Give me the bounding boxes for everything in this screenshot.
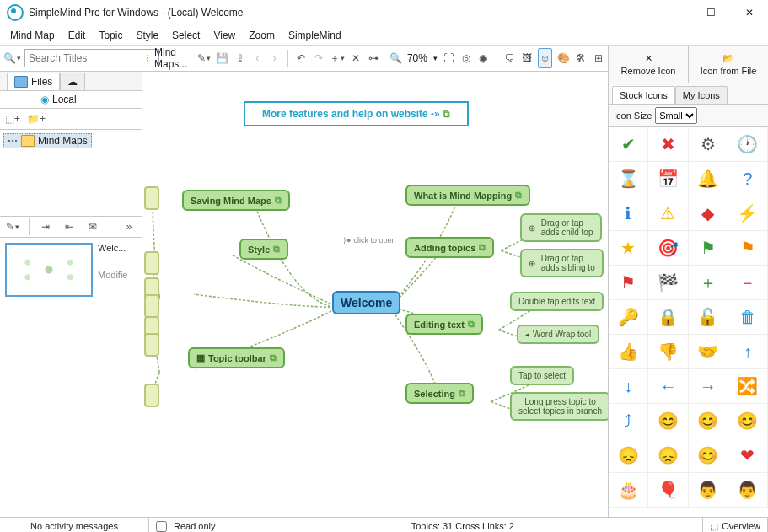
menu-topic[interactable]: Topic xyxy=(92,28,129,43)
stock-icon[interactable]: 🔒 xyxy=(648,300,688,335)
delete-icon[interactable]: ✕ xyxy=(350,49,363,67)
stock-icon[interactable]: → xyxy=(689,369,728,404)
fwd-icon[interactable]: › xyxy=(269,49,282,67)
tools-icon[interactable]: 🛠 xyxy=(575,49,588,67)
tab-files[interactable]: Files xyxy=(7,73,60,90)
stock-icon[interactable]: 🎈 xyxy=(648,473,688,508)
emoji-icon[interactable]: ☺ xyxy=(538,48,552,68)
node-stub[interactable] xyxy=(144,294,159,318)
stock-icon[interactable]: 🏁 xyxy=(648,266,688,300)
readonly-check[interactable]: Read only xyxy=(149,518,223,532)
menu-edit[interactable]: Edit xyxy=(62,28,93,43)
zoom-value[interactable]: 70% xyxy=(407,52,427,64)
stock-icon[interactable]: 😊 xyxy=(728,404,768,438)
add-icon[interactable]: ＋▾ xyxy=(330,49,345,67)
mindmap-canvas[interactable]: More features and help on website -» ⧉ W… xyxy=(142,72,608,517)
icon-size-select[interactable]: Small xyxy=(655,107,697,124)
node-dtap[interactable]: Double tap edits text xyxy=(510,292,604,311)
stock-icon[interactable]: ↑ xyxy=(728,335,768,369)
icon-grid-scroll[interactable]: ✔✖⚙🕐⌛📅🔔?ℹ⚠◆⚡★🎯⚑⚑⚑🏁＋－🔑🔒🔓🗑👍👎🤝↑↓←→🔀⤴😊😊😊😞😞😊❤… xyxy=(609,127,768,517)
maximize-button[interactable]: ☐ xyxy=(692,0,730,25)
breadcrumb[interactable]: Mind Maps... xyxy=(154,46,192,70)
save-icon[interactable]: 💾 xyxy=(216,49,228,67)
link-icon[interactable]: ⊶ xyxy=(367,49,379,67)
note-icon[interactable]: 🗨 xyxy=(503,49,516,67)
palette-icon[interactable]: 🎨 xyxy=(557,49,570,67)
overview-button[interactable]: ⬚ Overview xyxy=(702,518,768,532)
stock-icon[interactable]: 📅 xyxy=(648,162,688,196)
stock-icon[interactable]: ⤴ xyxy=(609,404,648,438)
stock-icon[interactable]: ⌛ xyxy=(609,162,648,196)
menu-simplemind[interactable]: SimpleMind xyxy=(282,28,348,43)
stock-icon[interactable]: 😊 xyxy=(689,438,728,473)
tree-mindmaps[interactable]: ⋯Mind Maps xyxy=(3,133,92,148)
node-toolbar[interactable]: ▦ Topic toolbar⧉ xyxy=(188,347,285,368)
search-icon[interactable]: 🔍▾ xyxy=(3,49,21,67)
stock-icon[interactable]: ✔ xyxy=(609,127,648,162)
stock-icon[interactable]: 🎯 xyxy=(648,231,688,266)
stock-icon[interactable]: ℹ xyxy=(609,196,648,231)
export-icon[interactable]: ⇤ xyxy=(60,218,78,236)
layout-icon[interactable]: ⊞ xyxy=(592,49,604,67)
stock-icon[interactable]: ⚑ xyxy=(689,231,728,266)
import-icon[interactable]: ⇥ xyxy=(36,218,55,236)
focus-icon[interactable]: ◉ xyxy=(477,49,490,67)
stock-icon[interactable]: ⚡ xyxy=(728,196,768,231)
icon-from-file-button[interactable]: 📂Icon from File xyxy=(688,46,768,83)
stock-icon[interactable]: ⚠ xyxy=(648,196,688,231)
stock-icon[interactable]: 😞 xyxy=(609,438,648,473)
stock-icon[interactable]: 🕐 xyxy=(728,127,768,162)
node-stub[interactable] xyxy=(144,333,159,357)
stock-icon[interactable]: 🔔 xyxy=(689,162,728,196)
tab-cloud[interactable]: ☁ xyxy=(60,73,85,90)
local-row[interactable]: ◉Local xyxy=(0,91,142,108)
stock-icon[interactable]: 🔀 xyxy=(728,369,768,404)
stock-icon[interactable]: 🗑 xyxy=(728,300,768,335)
node-drag1[interactable]: ⊕ Drag or tap adds child top xyxy=(520,213,602,242)
banner-link[interactable]: More features and help on website -» ⧉ xyxy=(244,101,469,126)
stock-icon[interactable]: 🔓 xyxy=(689,300,728,335)
new-map-icon[interactable]: ⬚+ xyxy=(3,110,22,128)
stock-icon[interactable]: ⚑ xyxy=(728,231,768,266)
stock-icon[interactable]: ✖ xyxy=(648,127,688,162)
menu-style[interactable]: Style xyxy=(129,28,165,43)
node-wrap[interactable]: ◂ Word Wrap tool xyxy=(517,325,599,344)
stock-icon[interactable]: 😊 xyxy=(689,404,728,438)
search-input[interactable] xyxy=(24,49,159,67)
menu-view[interactable]: View xyxy=(207,28,242,43)
stock-icon[interactable]: ＋ xyxy=(689,266,728,300)
more-icon[interactable]: » xyxy=(120,218,138,236)
node-selecting[interactable]: Selecting⧉ xyxy=(405,383,474,404)
stock-icon[interactable]: ⚙ xyxy=(689,127,728,162)
redo-icon[interactable]: ↷ xyxy=(312,49,325,67)
target-icon[interactable]: ◎ xyxy=(460,49,473,67)
undo-icon[interactable]: ↶ xyxy=(295,49,308,67)
share-icon[interactable]: ⇪ xyxy=(234,49,246,67)
stock-icon[interactable]: 😞 xyxy=(648,438,688,473)
fit-icon[interactable]: ⛶ xyxy=(443,49,455,67)
stock-icon[interactable]: ★ xyxy=(609,231,648,266)
stock-icon[interactable]: 🔑 xyxy=(609,300,648,335)
tab-my-icons[interactable]: My Icons xyxy=(675,86,728,104)
mail-icon[interactable]: ✉ xyxy=(83,218,102,236)
remove-icon-button[interactable]: ✕Remove Icon xyxy=(609,46,688,83)
stock-icon[interactable]: 😊 xyxy=(648,404,688,438)
stock-icon[interactable]: ⚑ xyxy=(609,266,648,300)
compose-icon[interactable]: ✎▾ xyxy=(3,218,22,236)
minimize-button[interactable]: ─ xyxy=(654,0,692,25)
node-tap[interactable]: Tap to select xyxy=(510,366,574,385)
stock-icon[interactable]: ← xyxy=(648,369,688,404)
node-style[interactable]: Style⧉ xyxy=(239,239,288,260)
stock-icon[interactable]: ◆ xyxy=(689,196,728,231)
new-folder-icon[interactable]: 📁+ xyxy=(27,110,46,128)
node-drag2[interactable]: ⊕ Drag or tap adds sibling to xyxy=(520,249,604,277)
tab-stock-icons[interactable]: Stock Icons xyxy=(612,86,675,104)
zoom-icon[interactable]: 🔍 xyxy=(389,49,402,67)
node-root[interactable]: Welcome xyxy=(332,291,400,314)
menu-mindmap[interactable]: Mind Map xyxy=(3,28,62,43)
node-adding[interactable]: Adding topics⧉ xyxy=(405,237,494,258)
node-stub[interactable] xyxy=(144,186,159,210)
node-what[interactable]: What is Mind Mapping⧉ xyxy=(405,185,530,206)
node-stub[interactable] xyxy=(144,251,159,275)
stock-icon[interactable]: 👍 xyxy=(609,335,648,369)
